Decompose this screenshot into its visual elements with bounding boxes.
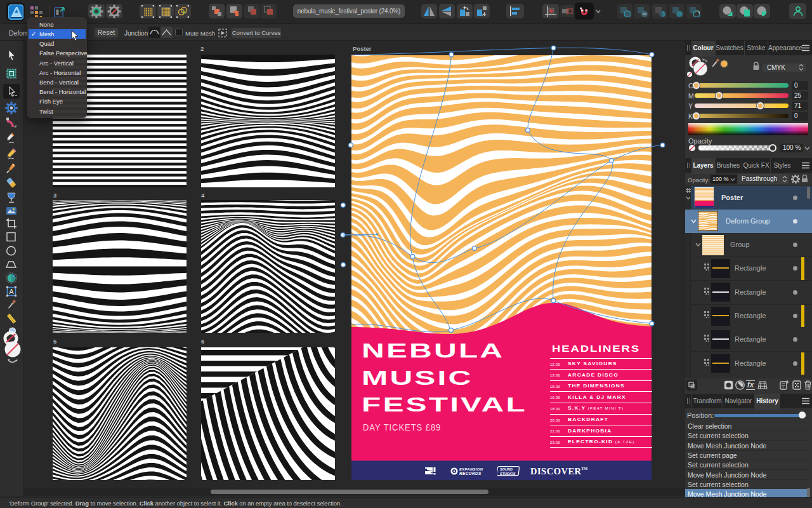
svg-text:SOUND: SOUND [500, 467, 513, 471]
svg-text:A: A [9, 288, 13, 295]
svg-text:RECORDS: RECORDS [459, 471, 481, 476]
svg-text:STUDIOS: STUDIOS [500, 472, 516, 476]
